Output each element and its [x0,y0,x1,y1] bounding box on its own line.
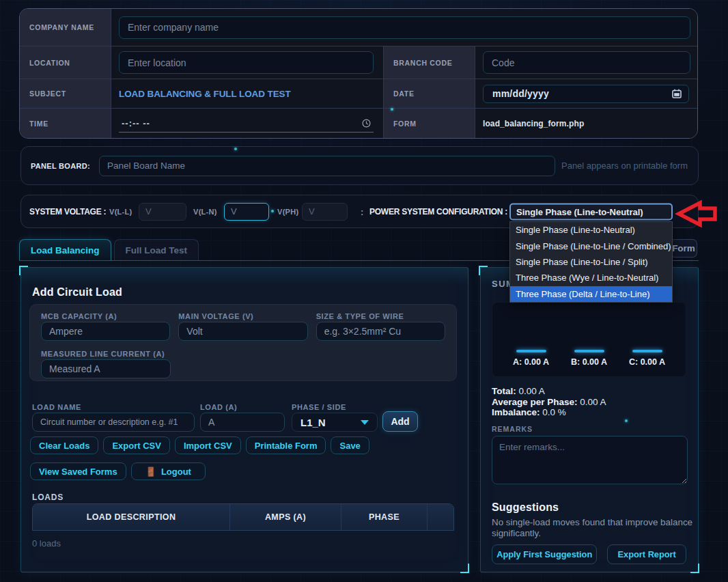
dropdown-option-4[interactable]: Three Phase (Wye / Line-to-Neutral) [510,270,672,286]
wire-size-label: SIZE & TYPE OF WIRE [316,313,445,320]
panel-board-input[interactable] [99,156,555,176]
mcb-capacity-label: MCB CAPACITY (A) [41,313,170,320]
branch-code-label: BRANCH CODE [393,59,452,67]
time-placeholder-text: --:-- -- [122,118,150,128]
date-input[interactable]: mm/dd/yyyy [483,85,689,103]
tab-full-load-test[interactable]: Full Load Test [114,239,199,260]
branch-code-label-cell: BRANCH CODE [384,46,475,79]
company-name-label: COMPANY NAME [29,23,94,31]
average-value: 0.00 A [580,397,606,407]
bar-a [516,350,546,352]
form-label-cell: FORM [384,109,475,138]
load-balancing-panel: Add Circuit Load MCB CAPACITY (A) MAIN V… [20,267,468,572]
phase-bar-chart: A: 0.00 A B: 0.00 A C: 0.00 A [492,302,686,377]
logout-button[interactable]: 🚪 Logout [131,462,206,480]
company-name-input[interactable] [119,16,690,39]
load-name-input[interactable] [32,413,195,432]
corner-bracket-top-left-icon [479,266,488,275]
vll-label: V(L-L) [109,208,132,216]
printable-form-button[interactable]: Printable Form [246,436,326,454]
view-saved-forms-button[interactable]: View Saved Forms [30,462,126,480]
dropdown-option-1[interactable]: Single Phase (Line-to-Neutral) [510,222,672,238]
particle-dot [625,419,628,422]
total-label: Total: [492,386,516,396]
particle-dot [234,148,237,150]
add-load-row: LOAD NAME LOAD (A) PHASE / SIDE L1_N Add [32,404,454,432]
form-button-partially-hidden[interactable]: Form [670,239,697,258]
bar-a-label: A: 0.00 A [513,357,549,367]
loads-table-header-row: LOAD DESCRIPTION AMPS (A) PHASE [33,504,453,530]
phase-side-select[interactable]: L1_N [292,413,378,432]
actions-row-1: Clear Loads Export CSV Import CSV Printa… [30,436,454,454]
save-button[interactable]: Save [331,436,369,454]
phase-side-label: PHASE / SIDE [292,404,378,411]
bar-b [574,350,604,352]
vph-input[interactable] [302,203,348,221]
load-amps-input[interactable] [200,413,285,432]
branch-code-input[interactable] [483,51,690,74]
loads-section-title: LOADS [32,493,454,502]
imbalance-value: 0.0 % [542,407,566,417]
panel-board-label: PANEL BOARD: [31,162,90,170]
summary-totals: Total: 0.00 A Average per Phase: 0.00 A … [492,386,686,418]
total-line: Total: 0.00 A [492,386,686,397]
col-amps: AMPS (A) [230,504,341,530]
export-report-button[interactable]: Export Report [607,544,686,564]
time-input[interactable]: --:-- -- [119,115,374,133]
tab-load-balancing[interactable]: Load Balancing [19,239,111,260]
branch-code-cell [475,46,698,79]
location-input[interactable] [119,51,374,74]
date-label: DATE [393,89,415,98]
time-label: TIME [29,120,48,128]
dropdown-option-3[interactable]: Single Phase (Line-to-Line / Split) [510,254,672,270]
load-name-label: LOAD NAME [32,404,195,411]
chevron-down-icon [361,420,369,425]
add-button[interactable]: Add [382,411,418,432]
summary-panel: SUMMARY A: 0.00 A B: 0.00 A C: 0.00 A To… [480,267,699,572]
circuit-parameters-box: MCB CAPACITY (A) MAIN VOLTAGE (V) SIZE &… [29,304,457,381]
corner-bracket-top-left-icon [19,266,28,275]
vll-input[interactable] [139,203,186,221]
average-line: Average per Phase: 0.00 A [492,397,686,408]
clear-loads-button[interactable]: Clear Loads [30,436,98,454]
subject-cell: LOAD BALANCING & FULL LOAD TEST [111,79,384,109]
apply-first-suggestion-button[interactable]: Apply First Suggestion [492,544,597,564]
separator-colon: : [361,206,363,217]
power-config-select[interactable]: Single Phase (Line-to-Neutral) [509,203,673,220]
subject-value: LOAD BALANCING & FULL LOAD TEST [119,89,291,99]
remarks-textarea[interactable] [492,436,688,484]
logout-label: Logout [161,467,191,477]
power-config-selected-value: Single Phase (Line-to-Neutral) [516,206,643,217]
form-cell: load_balancing_form.php [475,109,698,138]
add-circuit-load-title: Add Circuit Load [32,286,454,299]
dropdown-option-2[interactable]: Single Phase (Line-to-Line / Combined) [510,238,672,253]
loads-table: LOAD DESCRIPTION AMPS (A) PHASE [32,503,454,531]
date-label-cell: DATE [384,79,475,109]
time-cell: --:-- -- [111,109,384,138]
calendar-icon[interactable] [672,89,682,98]
subject-label: SUBJECT [29,89,66,98]
phase-side-selected-value: L1_N [300,417,326,428]
import-csv-button[interactable]: Import CSV [175,436,241,454]
suggestions-actions: Apply First Suggestion Export Report [492,544,686,564]
form-filename: load_balancing_form.php [483,119,584,128]
vln-input[interactable] [224,203,269,221]
bar-c [632,350,662,352]
dropdown-option-5-highlighted[interactable]: Three Phase (Delta / Line-to-Line) [510,286,672,302]
time-label-cell: TIME [20,109,111,138]
wire-size-input[interactable] [316,322,445,341]
measured-current-input[interactable] [41,359,171,378]
date-cell: mm/dd/yyyy [475,79,698,109]
col-load-description: LOAD DESCRIPTION [33,504,230,530]
power-config-dropdown-popup: Single Phase (Line-to-Neutral) Single Ph… [509,221,673,303]
location-cell [111,46,384,79]
imbalance-label: Imbalance: [492,407,540,417]
measured-current-label: MEASURED LINE CURRENT (A) [41,350,171,358]
main-voltage-input[interactable] [178,322,307,341]
export-csv-button[interactable]: Export CSV [103,436,170,454]
mcb-capacity-input[interactable] [41,322,170,341]
tab-load-balancing-label: Load Balancing [31,245,100,255]
actions-row-2: View Saved Forms 🚪 Logout [30,462,454,480]
clock-icon[interactable] [362,119,371,128]
particle-dot [271,210,274,212]
